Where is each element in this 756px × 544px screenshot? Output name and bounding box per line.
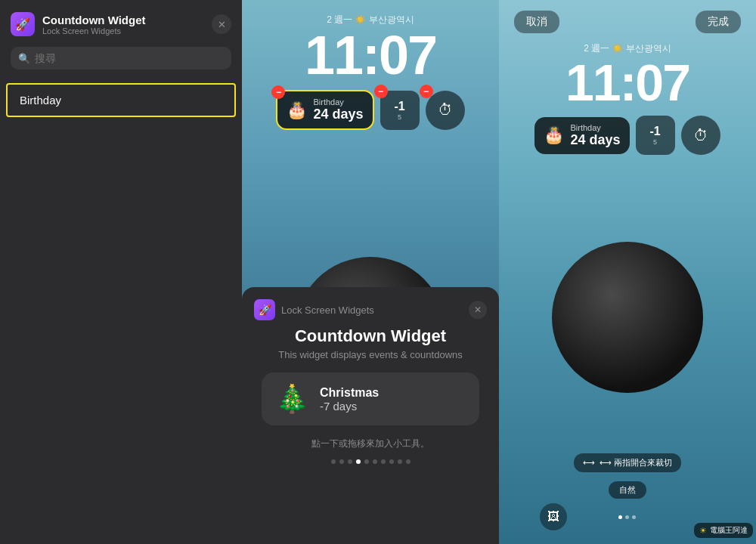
bottom-dot-2 xyxy=(625,515,629,519)
birthday-label-right: Birthday xyxy=(570,123,620,132)
photo-icon: 🖼 xyxy=(547,510,559,524)
search-box: 🔍 xyxy=(11,47,231,70)
panel-close-button[interactable]: ✕ xyxy=(212,14,231,34)
widget-birthday-days: 24 days xyxy=(313,107,363,122)
app-title-group: Countdown Widget Lock Screen Widgets xyxy=(42,14,212,36)
dot-4-active xyxy=(356,459,361,464)
widget-small-sub-right: 5 xyxy=(653,138,657,146)
right-top-bar: 取消 完成 xyxy=(499,0,756,33)
sheet-hint: 點一下或拖移來加入小工具。 xyxy=(254,437,487,450)
christmas-days: -7 days xyxy=(320,400,379,413)
search-icon: 🔍 xyxy=(18,53,30,64)
phone-status-mid: 2 週一 ☀️ 부산광역시 xyxy=(327,14,414,26)
widget-birthday-minus-btn[interactable]: − xyxy=(271,85,285,99)
sheet-close-button[interactable]: ✕ xyxy=(469,301,487,319)
birthday-icon: 🎂 xyxy=(287,100,307,120)
widget-row-right: 🎂 Birthday 24 days -1 5 ⏱ xyxy=(534,116,720,155)
christmas-widget[interactable]: 🎄 Christmas -7 days xyxy=(262,372,479,425)
cancel-button[interactable]: 取消 xyxy=(514,11,559,33)
widget-small-minus-btn[interactable]: − xyxy=(374,85,388,98)
watermark-icon: ☀ xyxy=(699,526,707,536)
christmas-label: Christmas xyxy=(320,386,379,400)
phone-screen-mid: 2 週一 ☀️ 부산광역시 11:07 − 🎂 Birthday 24 days xyxy=(242,0,499,544)
bottom-dot-3 xyxy=(632,515,636,519)
dot-8 xyxy=(389,459,394,464)
widget-birthday-text: Birthday 24 days xyxy=(313,97,363,122)
left-panel: 🚀 Countdown Widget Lock Screen Widgets ✕… xyxy=(0,0,242,544)
widget-circle-minus-btn[interactable]: − xyxy=(420,85,433,98)
dot-1 xyxy=(331,459,336,464)
search-container: 🔍 xyxy=(0,44,242,77)
done-button[interactable]: 完成 xyxy=(696,11,741,33)
widget-small-mid[interactable]: − -1 5 xyxy=(380,91,420,130)
widget-birthday-mid[interactable]: − 🎂 Birthday 24 days xyxy=(276,90,373,130)
phone-screen-right: 取消 完成 2 週一 ☀️ 부산광역시 11:07 🎂 Birthday 24 … xyxy=(499,0,756,544)
photo-icon-button[interactable]: 🖼 xyxy=(540,503,567,530)
dot-3 xyxy=(348,459,352,464)
pinch-icon: ⟷ xyxy=(583,458,595,468)
birthday-days-right: 24 days xyxy=(570,132,620,148)
christmas-tree-icon: 🎄 xyxy=(275,383,309,415)
widget-small-right[interactable]: -1 5 xyxy=(636,116,675,155)
widget-circle-mid[interactable]: − ⏱ xyxy=(426,91,465,130)
dot-9 xyxy=(398,459,402,464)
timer-icon-right: ⏱ xyxy=(693,127,708,144)
bottom-dot-1 xyxy=(618,515,622,519)
list-item-birthday[interactable]: Birthday xyxy=(6,83,236,117)
widget-circle-right[interactable]: ⏱ xyxy=(681,116,720,155)
sheet-dots xyxy=(254,459,487,464)
sheet-app-title: Countdown Widget xyxy=(254,326,487,346)
sheet-app-icon: 🚀 xyxy=(254,299,275,320)
middle-phone: 2 週一 ☀️ 부산광역시 11:07 − 🎂 Birthday 24 days xyxy=(242,0,499,544)
sheet-header: 🚀 Lock Screen Widgets ✕ xyxy=(254,299,487,320)
widget-small-num: -1 xyxy=(394,100,404,113)
dark-sphere-right xyxy=(552,242,703,393)
dot-10 xyxy=(406,459,411,464)
pinch-hint: ⟷ ⟷ 兩指開合來裁切 xyxy=(574,453,681,472)
widget-birthday-right[interactable]: 🎂 Birthday 24 days xyxy=(534,117,629,154)
app-icon: 🚀 xyxy=(11,12,35,36)
dot-5 xyxy=(364,459,369,464)
widget-birthday-label: Birthday xyxy=(313,97,363,107)
widget-row-mid: − 🎂 Birthday 24 days − -1 5 − ⏱ xyxy=(276,90,464,130)
right-phone: 取消 完成 2 週一 ☀️ 부산광역시 11:07 🎂 Birthday 24 … xyxy=(499,0,756,544)
phone-time-right: 11:07 xyxy=(565,57,689,108)
christmas-text: Christmas -7 days xyxy=(320,386,379,413)
app-title: Countdown Widget xyxy=(42,14,212,26)
phone-time-mid: 11:07 xyxy=(305,28,436,82)
list-items: Birthday xyxy=(0,77,242,123)
bottom-sheet: 🚀 Lock Screen Widgets ✕ Countdown Widget… xyxy=(242,287,499,544)
dot-2 xyxy=(339,459,344,464)
app-subtitle: Lock Screen Widgets xyxy=(42,26,212,36)
widget-small-sub: 5 xyxy=(398,113,401,121)
dot-6 xyxy=(373,459,377,464)
timer-icon: ⏱ xyxy=(438,101,453,119)
birthday-icon-right: 🎂 xyxy=(544,125,564,145)
watermark: ☀ 電腦王阿達 xyxy=(694,523,753,538)
app-header: 🚀 Countdown Widget Lock Screen Widgets ✕ xyxy=(0,0,242,44)
nature-button[interactable]: 自然 xyxy=(609,481,646,499)
watermark-text: 電腦王阿達 xyxy=(710,525,748,536)
bottom-dots xyxy=(618,515,636,519)
widget-birthday-text-right: Birthday 24 days xyxy=(570,123,620,148)
search-input[interactable] xyxy=(35,52,224,64)
dot-7 xyxy=(381,459,386,464)
widget-small-num-right: -1 xyxy=(649,125,660,138)
phone-status-right: 2 週一 ☀️ 부산광역시 xyxy=(584,42,671,55)
right-bottom-controls: ⟷ ⟷ 兩指開合來裁切 自然 xyxy=(499,453,756,499)
sheet-title-text: Lock Screen Widgets xyxy=(281,304,469,316)
sheet-app-desc: This widget displays events & countdowns xyxy=(254,349,487,360)
